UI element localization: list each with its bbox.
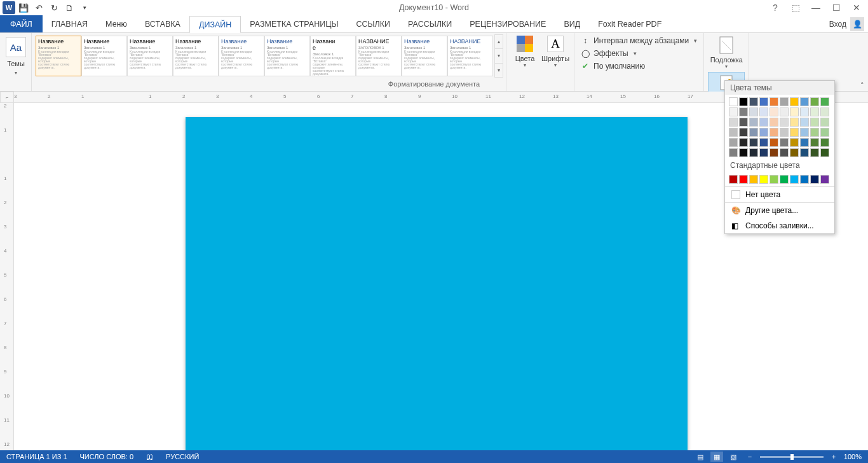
effects-button[interactable]: ◯ Эффекты ▾ <box>578 47 700 60</box>
color-swatch[interactable] <box>800 138 809 147</box>
color-swatch[interactable] <box>729 175 738 184</box>
color-swatch[interactable] <box>820 97 829 106</box>
styleset-item[interactable]: НазваниеЗаголовок 1К коллекции вкладки "… <box>402 36 447 76</box>
color-swatch[interactable] <box>780 175 789 184</box>
paragraph-spacing-button[interactable]: ↕ Интервал между абзацами ▾ <box>578 34 700 47</box>
color-swatch[interactable] <box>810 97 819 106</box>
color-swatch[interactable] <box>790 107 799 116</box>
color-swatch[interactable] <box>759 175 768 184</box>
color-swatch[interactable] <box>820 138 829 147</box>
color-swatch[interactable] <box>749 97 758 106</box>
color-swatch[interactable] <box>810 128 819 137</box>
gallery-more-icon[interactable]: ▾ <box>495 64 503 77</box>
color-swatch[interactable] <box>749 175 758 184</box>
close-icon[interactable]: ✕ <box>849 1 864 15</box>
color-swatch[interactable] <box>749 118 758 127</box>
color-swatch[interactable] <box>770 107 778 116</box>
language-status[interactable]: РУССКИЙ <box>159 453 205 460</box>
styleset-gallery[interactable]: НазваниеЗаголовок 1К коллекции вкладки "… <box>34 34 494 78</box>
color-swatch[interactable] <box>770 138 778 147</box>
color-swatch[interactable] <box>770 148 778 157</box>
color-swatch[interactable] <box>739 97 748 106</box>
collapse-ribbon-icon[interactable]: ˄ <box>860 81 864 90</box>
color-swatch[interactable] <box>770 97 778 106</box>
vertical-ruler[interactable]: 211234567891011121314 <box>0 103 14 450</box>
tab-главная[interactable]: ГЛАВНАЯ <box>43 15 97 32</box>
color-swatch[interactable] <box>759 128 768 137</box>
tab-вид[interactable]: ВИД <box>555 15 589 32</box>
color-swatch[interactable] <box>729 118 738 127</box>
color-swatch[interactable] <box>770 118 778 127</box>
color-swatch[interactable] <box>759 138 768 147</box>
color-swatch[interactable] <box>800 118 809 127</box>
set-default-button[interactable]: ✔ По умолчанию <box>578 60 700 73</box>
tab-разметка-страницы[interactable]: РАЗМЕТКА СТРАНИЦЫ <box>241 15 347 32</box>
color-swatch[interactable] <box>739 175 748 184</box>
gallery-down-icon[interactable]: ▾ <box>495 49 503 63</box>
tab-file[interactable]: ФАЙЛ <box>0 15 43 32</box>
ruler-corner[interactable]: ⌐ <box>0 92 14 103</box>
color-swatch[interactable] <box>810 148 819 157</box>
color-swatch[interactable] <box>820 118 829 127</box>
themes-button[interactable]: Aa Темы ▾ <box>3 34 29 76</box>
styleset-item[interactable]: НАЗВАНИЕЗАГОЛОВОК 1К коллекции вкладки "… <box>356 36 402 76</box>
color-swatch[interactable] <box>780 118 789 127</box>
color-swatch[interactable] <box>729 107 738 116</box>
color-swatch[interactable] <box>770 128 778 137</box>
color-swatch[interactable] <box>790 138 799 147</box>
watermark-button[interactable]: Подложка ▾ <box>708 34 745 69</box>
zoom-slider[interactable] <box>760 456 824 458</box>
color-swatch[interactable] <box>749 138 758 147</box>
color-swatch[interactable] <box>790 118 799 127</box>
color-swatch[interactable] <box>810 118 819 127</box>
tab-рецензирование[interactable]: РЕЦЕНЗИРОВАНИЕ <box>461 15 555 32</box>
color-swatch[interactable] <box>820 175 829 184</box>
signin-area[interactable]: Вход 👤 <box>829 15 868 32</box>
color-swatch[interactable] <box>780 128 789 137</box>
ribbon-display-icon[interactable]: ⬚ <box>788 1 803 15</box>
fonts-button[interactable]: A Шрифты ▾ <box>541 34 570 68</box>
styleset-item[interactable]: НазваниеЗаголовок 1К коллекции вкладки "… <box>127 36 173 76</box>
word-count[interactable]: ЧИСЛО СЛОВ: 0 <box>74 453 140 460</box>
color-swatch[interactable] <box>800 107 809 116</box>
color-swatch[interactable] <box>780 97 789 106</box>
zoom-in-icon[interactable]: + <box>827 452 840 462</box>
qat-dropdown-icon[interactable]: ▾ <box>78 1 92 15</box>
save-icon[interactable]: 💾 <box>17 1 31 15</box>
gallery-scroll[interactable]: ▴ ▾ ▾ <box>494 34 503 78</box>
no-color-item[interactable]: Нет цвета <box>725 187 834 202</box>
zoom-out-icon[interactable]: − <box>743 452 756 462</box>
styleset-item[interactable]: НазваниеЗаголовок 1К коллекции вкладки "… <box>219 36 264 76</box>
color-swatch[interactable] <box>770 175 778 184</box>
new-doc-icon[interactable]: 🗋 <box>62 1 76 15</box>
color-swatch[interactable] <box>810 175 819 184</box>
gallery-up-icon[interactable]: ▴ <box>495 35 503 49</box>
color-swatch[interactable] <box>820 107 829 116</box>
tab-ссылки[interactable]: ССЫЛКИ <box>347 15 399 32</box>
more-colors-item[interactable]: 🎨 Другие цвета... <box>725 203 834 218</box>
color-swatch[interactable] <box>790 97 799 106</box>
maximize-icon[interactable]: ☐ <box>829 1 844 15</box>
print-layout-icon[interactable]: ▦ <box>710 452 723 462</box>
color-swatch[interactable] <box>810 107 819 116</box>
color-swatch[interactable] <box>759 97 768 106</box>
styleset-item[interactable]: НазваниеЗаголовок 1К коллекции вкладки "… <box>81 36 127 76</box>
color-swatch[interactable] <box>790 148 799 157</box>
redo-icon[interactable]: ↻ <box>47 1 61 15</box>
color-swatch[interactable] <box>780 148 789 157</box>
color-swatch[interactable] <box>820 148 829 157</box>
proofing-icon[interactable]: 🕮 <box>140 453 159 460</box>
color-swatch[interactable] <box>790 128 799 137</box>
undo-icon[interactable]: ↶ <box>32 1 46 15</box>
color-swatch[interactable] <box>739 148 748 157</box>
zoom-level[interactable]: 100% <box>844 453 862 460</box>
color-swatch[interactable] <box>739 128 748 137</box>
color-swatch[interactable] <box>739 138 748 147</box>
color-swatch[interactable] <box>780 107 789 116</box>
document-page[interactable] <box>186 117 688 450</box>
color-swatch[interactable] <box>739 118 748 127</box>
styleset-item[interactable]: НазваниеЗаголовок 1К коллекции вкладки "… <box>264 36 310 76</box>
color-swatch[interactable] <box>739 107 748 116</box>
color-swatch[interactable] <box>780 138 789 147</box>
fill-effects-item[interactable]: ◧ Способы заливки... <box>725 218 834 233</box>
